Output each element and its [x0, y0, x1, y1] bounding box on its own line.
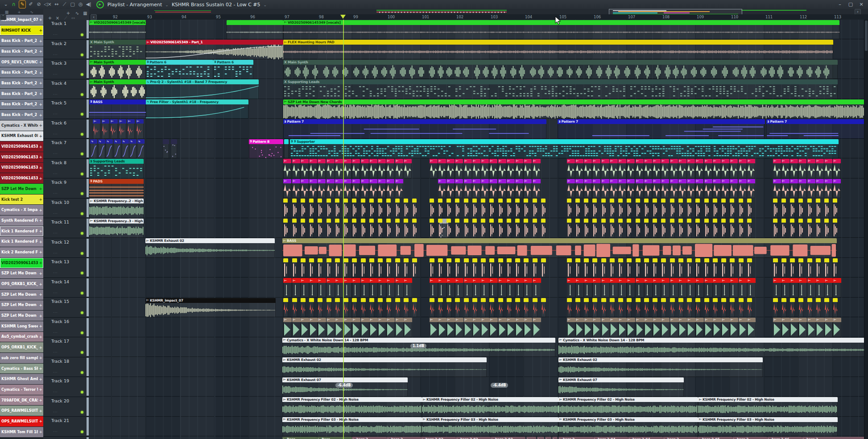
clip[interactable]: ⊢ [369, 179, 377, 199]
drag-handle-icon[interactable]: + [39, 60, 42, 64]
clip[interactable]: ⊢bass 2 #2 [421, 437, 456, 439]
zoom-tool-icon[interactable]: ◎ [78, 1, 84, 8]
clip[interactable]: ⊢bass 2 #4 [593, 437, 628, 439]
sample-picker-item[interactable]: Cymatics - X White N..+ [0, 120, 43, 131]
clip[interactable] [739, 199, 743, 218]
track-activity-led[interactable] [81, 371, 83, 374]
clip[interactable]: ⊢ [446, 159, 455, 178]
clip[interactable]: X Supporting Leads [283, 79, 838, 99]
clip[interactable]: ⊢ [627, 278, 635, 298]
clip[interactable]: ⊢ [739, 318, 747, 337]
clip[interactable]: ⊢bass 2 #4 [628, 437, 663, 439]
paint-brush-icon[interactable]: ✐ [28, 1, 34, 8]
clip[interactable] [395, 258, 400, 278]
clip[interactable]: ⊢bass 2 [352, 437, 387, 439]
drag-handle-icon[interactable]: + [39, 186, 42, 191]
drag-handle-icon[interactable]: + [39, 134, 42, 138]
clip[interactable] [464, 298, 469, 318]
clip[interactable] [327, 199, 331, 218]
drag-handle-icon[interactable]: + [39, 419, 42, 423]
drag-handle-icon[interactable]: + [39, 70, 42, 75]
clip[interactable]: ⊢ [318, 318, 326, 337]
clip[interactable] [678, 258, 683, 278]
clip[interactable] [498, 298, 503, 318]
clip[interactable]: ⊢ [481, 318, 489, 337]
clip[interactable]: ⊢ [678, 159, 686, 178]
sample-picker-item[interactable]: SZP Let Me Down ARP+ [0, 269, 43, 279]
clip[interactable]: ⊢ [102, 119, 109, 139]
clip[interactable] [704, 219, 709, 238]
clip[interactable] [833, 298, 838, 318]
clip[interactable]: ⊢ [301, 318, 309, 337]
clip[interactable]: ⊢ [537, 437, 544, 439]
window-title-view[interactable]: Playlist - Arrangement [107, 2, 162, 8]
clip[interactable] [610, 258, 615, 278]
clip[interactable] [541, 219, 546, 238]
clip[interactable]: ⊢ [713, 179, 721, 199]
clip[interactable]: ⊢ [704, 278, 713, 298]
clip[interactable]: ⊢ [798, 159, 806, 178]
clip[interactable]: ⊢ [464, 179, 472, 199]
clip[interactable] [592, 219, 597, 238]
drag-handle-icon[interactable]: + [39, 335, 42, 339]
clip[interactable]: ⊢KSHMR Frequency Filler 02 - High Noise [698, 397, 838, 417]
clip[interactable] [412, 258, 417, 278]
sample-picker-item[interactable]: 789AFDK_DK_CRASH+ [0, 395, 43, 406]
drag-handle-icon[interactable]: + [39, 39, 42, 43]
track-row-header[interactable]: Track 19 ... [43, 377, 89, 397]
clip[interactable]: ⊢ [386, 318, 395, 337]
clip[interactable] [773, 258, 778, 278]
sample-picker-item[interactable]: SZP Let Me Down 3 ki..+ [0, 311, 43, 321]
clip[interactable] [567, 199, 571, 218]
drag-handle-icon[interactable]: + [39, 155, 42, 159]
clip[interactable] [798, 219, 803, 238]
clip[interactable]: ⊢ [592, 179, 600, 199]
clip[interactable]: ⊢ [327, 278, 335, 298]
slip-tool-icon[interactable]: ↔ [54, 1, 60, 8]
clip[interactable]: ⊢ [343, 318, 352, 337]
clip[interactable]: ∃ ∃Supporter [290, 139, 839, 159]
clip[interactable]: ⊢ [721, 159, 729, 178]
clip[interactable] [739, 298, 744, 318]
clip[interactable]: ⊢ [369, 159, 377, 178]
options-caret-icon[interactable]: ⌄ [3, 1, 9, 8]
clip[interactable]: ⊢ [430, 318, 438, 337]
clip[interactable]: ⊢ [472, 278, 481, 298]
drag-handle-icon[interactable]: + [39, 303, 42, 307]
clip[interactable]: ⊢ [489, 179, 497, 199]
clip[interactable] [464, 219, 468, 238]
clip[interactable]: ⊢ [661, 278, 670, 298]
drag-handle-icon[interactable]: + [39, 282, 42, 286]
clip[interactable] [481, 199, 485, 218]
clip[interactable] [283, 298, 288, 318]
sample-picker-item[interactable]: Cymatics - Bass Shot..+ [0, 364, 43, 374]
clip[interactable]: ⊢ [395, 318, 404, 337]
clip[interactable]: ⊢ [567, 278, 575, 298]
clip[interactable] [807, 258, 812, 278]
clip[interactable]: ⊢ [93, 119, 100, 139]
clip[interactable] [695, 258, 700, 278]
clip[interactable]: ∃BASS [89, 99, 146, 119]
clip[interactable]: ⊢ [438, 179, 446, 199]
track-activity-led[interactable] [81, 252, 83, 255]
drag-handle-icon[interactable]: + [39, 166, 42, 170]
track-activity-led[interactable] [81, 431, 83, 433]
clip[interactable]: ∿Pro-Q 2 - Sylenth1 #18 - Band 7 Frequen… [146, 79, 259, 99]
clip[interactable] [446, 258, 451, 278]
drag-handle-icon[interactable]: + [39, 49, 42, 54]
clip[interactable] [781, 219, 786, 238]
clip[interactable] [730, 219, 734, 238]
sample-picker-item[interactable]: VID20250906145349..+ [0, 173, 43, 183]
clip[interactable] [541, 199, 546, 218]
clip[interactable]: ⊢ [309, 159, 317, 178]
clip[interactable]: ⊢ [515, 159, 523, 178]
clip[interactable]: ⊢Bass [317, 437, 352, 439]
track-row-header[interactable]: Track 21 ... [43, 417, 89, 437]
clip[interactable] [327, 258, 331, 278]
clip[interactable]: ⊢ [687, 318, 695, 337]
clip[interactable]: ⊢ [627, 179, 635, 199]
sample-picker-item[interactable]: Bass Kick - Part_2+ [0, 36, 43, 46]
track-activity-led[interactable] [81, 232, 83, 235]
clip[interactable]: ⊢ [833, 278, 841, 298]
clip[interactable] [343, 219, 348, 238]
